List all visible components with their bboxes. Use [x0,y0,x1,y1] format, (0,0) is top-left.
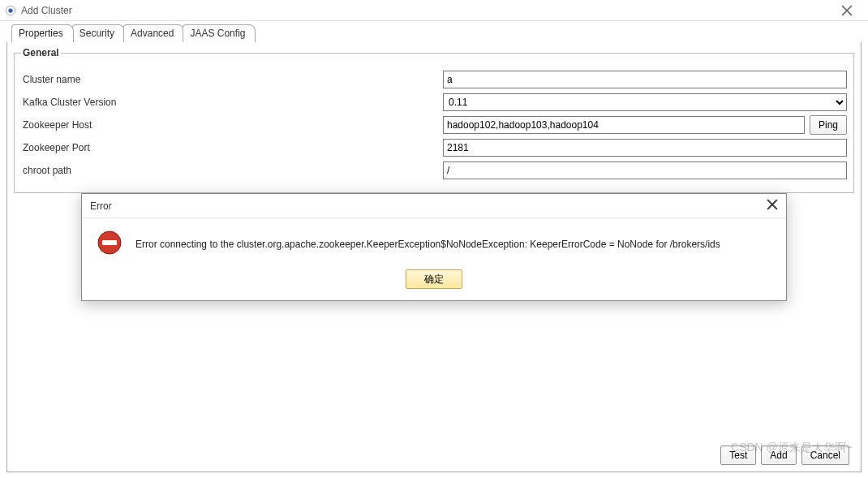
chroot-input[interactable] [443,161,847,179]
label-zk-host: Zookeeper Host [21,119,443,131]
test-button[interactable]: Test [720,446,756,465]
dialog-button-bar: Test Add Cancel [720,446,849,465]
tab-label: Advanced [131,28,174,39]
label-chroot: chroot path [21,165,443,176]
tab-label: Properties [19,28,63,39]
tab-label: Security [79,28,114,39]
ping-button[interactable]: Ping [810,115,847,135]
error-dialog-title: Error [90,200,767,212]
label-zk-port: Zookeeper Port [21,142,443,153]
cancel-button[interactable]: Cancel [801,446,849,465]
tab-label: JAAS Config [190,28,245,39]
close-icon [767,199,778,210]
zk-port-input[interactable] [443,139,847,157]
tab-bar: Properties Security Advanced JAAS Config [0,21,868,42]
tab-properties[interactable]: Properties [11,24,74,42]
app-icon [5,5,16,16]
error-dialog: Error Error connecting to the cluster.or… [81,193,787,301]
general-fieldset: General Cluster name Kafka Cluster Versi… [14,47,854,193]
tab-security[interactable]: Security [72,24,125,42]
kafka-version-select[interactable]: 0.11 [443,93,847,111]
error-dialog-body: Error connecting to the cluster.org.apac… [82,218,786,265]
general-legend: General [21,47,61,58]
error-icon [97,230,122,258]
label-kafka-version: Kafka Cluster Version [21,97,443,108]
row-cluster-name: Cluster name [21,70,847,89]
error-ok-button[interactable]: 确定 [406,269,462,289]
cluster-name-input[interactable] [443,71,847,88]
svg-point-1 [8,8,12,12]
row-chroot: chroot path [21,161,847,180]
svg-rect-3 [102,240,117,245]
window-title: Add Cluster [21,5,831,16]
row-zk-port: Zookeeper Port [21,138,847,157]
tab-advanced[interactable]: Advanced [123,24,184,42]
error-dialog-titlebar: Error [82,194,786,218]
tab-jaas-config[interactable]: JAAS Config [183,24,256,42]
error-dialog-close-button[interactable] [767,199,778,213]
row-zk-host: Zookeeper Host Ping [21,115,847,135]
close-icon [841,5,853,16]
error-dialog-buttons: 确定 [82,265,786,300]
zk-host-input[interactable] [443,116,805,134]
titlebar: Add Cluster [0,0,868,21]
error-message: Error connecting to the cluster.org.apac… [135,239,720,250]
row-kafka-version: Kafka Cluster Version 0.11 [21,93,847,112]
add-button[interactable]: Add [761,446,796,465]
window-close-button[interactable] [831,0,863,21]
label-cluster-name: Cluster name [21,74,443,85]
